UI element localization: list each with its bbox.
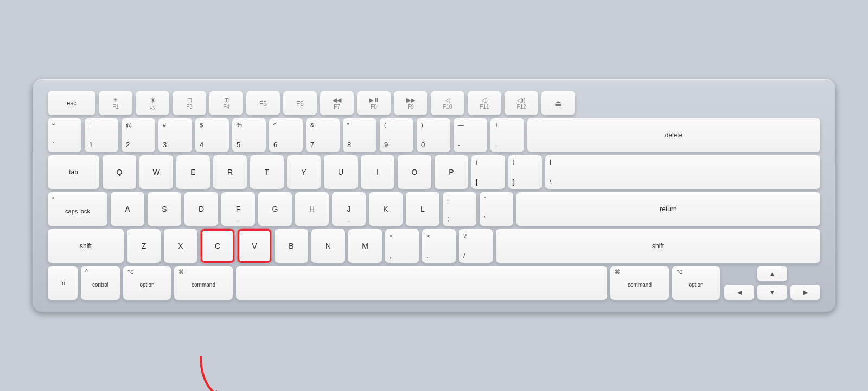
key-f8[interactable]: ▶⏸ F8 <box>357 91 391 115</box>
key-t[interactable]: T <box>250 155 284 189</box>
key-command-left[interactable]: ⌘ command <box>174 266 233 300</box>
key-control-left[interactable]: ^ control <box>81 266 120 300</box>
key-return[interactable]: return <box>516 192 820 226</box>
key-h[interactable]: H <box>295 192 329 226</box>
key-period[interactable]: > . <box>422 229 456 263</box>
key-c[interactable]: C <box>201 229 234 263</box>
key-command-right[interactable]: ⌘ command <box>610 266 669 300</box>
key-comma[interactable]: < , <box>385 229 419 263</box>
key-4[interactable]: $ 4 <box>195 118 229 152</box>
arrow-key-cluster: ▲ ◀ ▼ ▶ <box>724 266 820 300</box>
key-rbracket[interactable]: } ] <box>508 155 542 189</box>
key-arrow-down[interactable]: ▼ <box>757 285 787 300</box>
key-i[interactable]: I <box>361 155 394 189</box>
key-e[interactable]: E <box>176 155 210 189</box>
key-k[interactable]: K <box>369 192 403 226</box>
key-shift-right[interactable]: shift <box>496 229 820 263</box>
key-8[interactable]: * 8 <box>343 118 376 152</box>
arrow-bottom: ◀ ▼ ▶ <box>724 285 820 300</box>
key-equals[interactable]: + = <box>490 118 524 152</box>
key-f1[interactable]: ☀ F1 <box>99 91 132 115</box>
key-6[interactable]: ^ 6 <box>269 118 303 152</box>
key-shift-left[interactable]: shift <box>48 229 124 263</box>
key-f10[interactable]: ◁ F10 <box>431 91 464 115</box>
key-b[interactable]: B <box>275 229 308 263</box>
key-tab[interactable]: tab <box>48 155 99 189</box>
key-slash[interactable]: ? / <box>459 229 493 263</box>
key-m[interactable]: M <box>348 229 382 263</box>
key-f9[interactable]: ▶▶ F9 <box>394 91 427 115</box>
key-esc[interactable]: esc <box>48 91 95 115</box>
zxcv-row: shift Z X C V B N M < , > . ? / shift <box>48 229 820 263</box>
key-f7[interactable]: ◀◀ F7 <box>320 91 354 115</box>
keyboard: esc ☀ F1 ☀ F2 ⊟ F3 ⊞ F4 F5 F6 <box>33 79 835 312</box>
key-7[interactable]: & 7 <box>306 118 340 152</box>
key-f4[interactable]: ⊞ F4 <box>209 91 243 115</box>
key-a[interactable]: A <box>111 192 144 226</box>
key-delete[interactable]: delete <box>527 118 820 152</box>
key-g[interactable]: G <box>258 192 292 226</box>
key-2[interactable]: @ 2 <box>122 118 155 152</box>
key-eject[interactable]: ⏏ <box>541 91 575 115</box>
key-quote[interactable]: " ' <box>480 192 513 226</box>
asdf-row: • caps lock A S D F _ G H J _ K L : ; " … <box>48 192 820 226</box>
key-f2[interactable]: ☀ F2 <box>136 91 169 115</box>
key-f3[interactable]: ⊟ F3 <box>173 91 206 115</box>
key-backtick[interactable]: ~ ` <box>48 118 81 152</box>
key-w[interactable]: W <box>139 155 173 189</box>
qwerty-row: tab Q W E R T Y U I O P { [ } ] | \ <box>48 155 820 189</box>
key-l[interactable]: L <box>406 192 439 226</box>
fn-row: esc ☀ F1 ☀ F2 ⊟ F3 ⊞ F4 F5 F6 <box>48 91 820 115</box>
key-v[interactable]: V <box>238 229 271 263</box>
key-space[interactable] <box>236 266 607 300</box>
key-f11[interactable]: ◁) F11 <box>468 91 501 115</box>
key-s[interactable]: S <box>148 192 181 226</box>
key-3[interactable]: # 3 <box>158 118 192 152</box>
key-j[interactable]: J _ <box>332 192 366 226</box>
key-f[interactable]: F _ <box>221 192 255 226</box>
arrow-top: ▲ <box>724 266 820 281</box>
key-semicolon[interactable]: : ; <box>443 192 476 226</box>
key-f12[interactable]: ◁)) F12 <box>505 91 538 115</box>
key-f5[interactable]: F5 <box>246 91 280 115</box>
key-lbracket[interactable]: { [ <box>471 155 505 189</box>
key-f6[interactable]: F6 <box>283 91 317 115</box>
key-5[interactable]: % 5 <box>232 118 266 152</box>
key-0[interactable]: ) 0 <box>417 118 450 152</box>
key-o[interactable]: O <box>398 155 431 189</box>
key-u[interactable]: U <box>324 155 358 189</box>
key-n[interactable]: N <box>311 229 345 263</box>
key-option-right[interactable]: ⌥ option <box>672 266 720 300</box>
key-fn[interactable]: fn <box>48 266 78 300</box>
key-z[interactable]: Z <box>127 229 161 263</box>
key-d[interactable]: D <box>184 192 218 226</box>
key-arrow-up[interactable]: ▲ <box>757 266 787 281</box>
number-row: ~ ` ! 1 @ 2 # 3 $ 4 % 5 ^ 6 <box>48 118 820 152</box>
key-arrow-right[interactable]: ▶ <box>790 285 820 300</box>
key-p[interactable]: P <box>435 155 468 189</box>
key-y[interactable]: Y <box>287 155 321 189</box>
key-minus[interactable]: — - <box>454 118 487 152</box>
key-capslock[interactable]: • caps lock <box>48 192 107 226</box>
key-option-left[interactable]: ⌥ option <box>123 266 171 300</box>
modifier-row: fn ^ control ⌥ option ⌘ command ⌘ comman… <box>48 266 820 300</box>
key-x[interactable]: X <box>164 229 197 263</box>
key-arrow-left[interactable]: ◀ <box>724 285 754 300</box>
key-1[interactable]: ! 1 <box>85 118 118 152</box>
key-backslash[interactable]: | \ <box>545 155 820 189</box>
key-r[interactable]: R <box>213 155 247 189</box>
key-q[interactable]: Q <box>103 155 136 189</box>
key-9[interactable]: ( 9 <box>380 118 413 152</box>
